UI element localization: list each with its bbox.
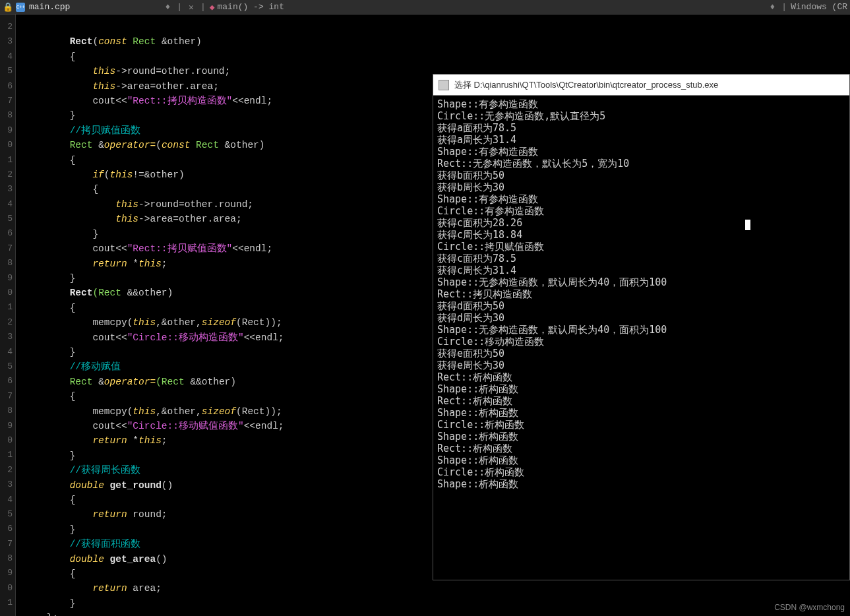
function-icon: ◆ (210, 2, 215, 13)
dropdown-icon[interactable]: ♦ (770, 2, 775, 12)
text-cursor (745, 220, 750, 230)
dropdown-icon[interactable]: ♦ (165, 2, 170, 12)
console-icon (439, 80, 449, 90)
close-icon[interactable]: ✕ (189, 2, 194, 13)
file-tab[interactable]: main.cpp (29, 2, 70, 12)
watermark: CSDN @wxmchong (774, 603, 845, 612)
console-titlebar[interactable]: 选择 D:\qianrushi\QT\Tools\QtCreator\bin\q… (433, 75, 849, 96)
encoding-label[interactable]: Windows (CR (791, 2, 847, 12)
console-window[interactable]: 选择 D:\qianrushi\QT\Tools\QtCreator\bin\q… (433, 74, 850, 580)
function-breadcrumb[interactable]: main() -> int (218, 2, 284, 12)
line-gutter: 2345678901234567890123456789012345678901 (0, 15, 16, 616)
console-title: 选择 D:\qianrushi\QT\Tools\QtCreator\bin\q… (454, 79, 718, 91)
cpp-file-icon (16, 3, 25, 12)
console-output: Shape::有参构造函数 Circle::无参构造函数,默认直径为5 获得a面… (433, 96, 849, 493)
lock-icon: 🔒 (3, 2, 13, 13)
editor-topbar: 🔒 main.cpp ♦ | ✕ | ◆ main() -> int ♦ | W… (0, 0, 850, 15)
